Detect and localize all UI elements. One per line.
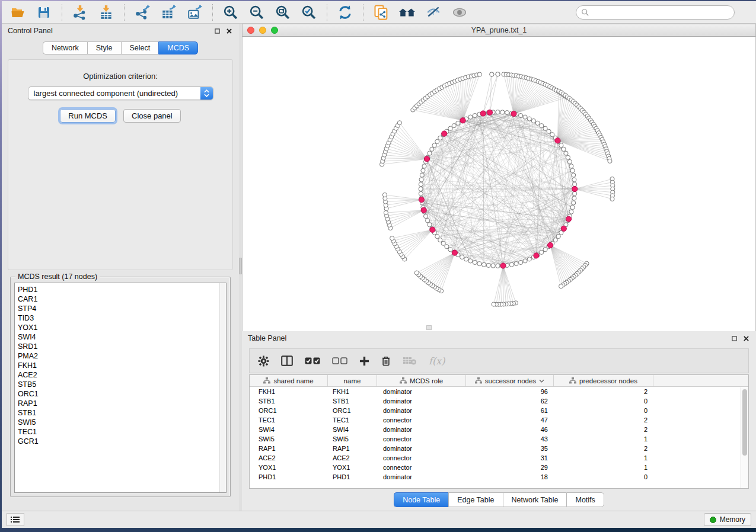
table-row[interactable]: PHD1 PHD1 dominator 18 0 (250, 472, 748, 482)
select-all-icon[interactable] (305, 357, 320, 365)
table-row[interactable]: ACE2 ACE2 connector 31 1 (250, 453, 748, 463)
mcds-list-scrollbar[interactable] (219, 283, 226, 492)
mcds-result-node[interactable]: SWI5 (15, 418, 226, 427)
refresh-icon[interactable] (334, 3, 356, 22)
table-panel-titlebar: Table Panel (242, 331, 756, 345)
optimization-criterion-label: Optimization criterion: (8, 72, 232, 81)
column-header-shared-name[interactable]: shared name (250, 375, 328, 386)
network-window-titlebar[interactable]: YPA_prune.txt_1 (242, 24, 756, 37)
close-panel-icon[interactable] (225, 27, 233, 35)
mcds-result-node[interactable]: PMA2 (15, 351, 226, 361)
show-panels-menu-button[interactable] (7, 513, 24, 526)
column-header-name[interactable]: name (328, 375, 377, 386)
hide-selected-icon[interactable] (422, 3, 445, 22)
table-row[interactable]: FKH1 FKH1 dominator 96 2 (250, 387, 748, 396)
save-session-icon[interactable] (33, 3, 55, 22)
tab-network-table[interactable]: Network Table (503, 492, 567, 507)
mcds-result-node[interactable]: ACE2 (15, 370, 226, 380)
search-input[interactable] (592, 8, 729, 17)
column-type-icon (263, 377, 270, 384)
network-from-selection-icon[interactable] (370, 3, 393, 22)
table-row[interactable]: YOX1 YOX1 connector 29 1 (250, 463, 748, 472)
table-row[interactable]: SWI4 SWI4 dominator 46 2 (250, 425, 748, 434)
tab-motifs[interactable]: Motifs (566, 492, 604, 507)
table-scrollbar-thumb[interactable] (742, 389, 747, 456)
zoom-selected-icon[interactable] (298, 3, 320, 22)
column-header-successor-nodes[interactable]: successor nodes (466, 375, 554, 386)
tab-mcds[interactable]: MCDS (158, 41, 198, 55)
float-panel-icon[interactable] (213, 27, 221, 35)
tab-edge-table[interactable]: Edge Table (448, 492, 502, 507)
mcds-result-group: MCDS result (17 nodes) PHD1CAR1STP4TID3Y… (10, 277, 231, 497)
canvas-splitter-grip[interactable] (426, 325, 432, 330)
import-table-icon[interactable] (95, 3, 117, 22)
criterion-dropdown[interactable]: largest connected component (undirected) (28, 86, 213, 100)
mcds-result-node[interactable]: STB1 (15, 408, 226, 418)
deselect-all-icon[interactable] (332, 357, 347, 365)
mcds-result-node[interactable]: CAR1 (15, 294, 226, 304)
show-columns-icon[interactable] (281, 355, 293, 366)
mcds-result-node[interactable]: YOX1 (15, 323, 226, 332)
close-panel-button[interactable]: Close panel (123, 109, 181, 123)
export-network-icon[interactable] (131, 3, 154, 22)
mcds-result-node[interactable]: SWI4 (15, 332, 226, 342)
mcds-result-node[interactable]: STP4 (15, 304, 226, 313)
mcds-result-node[interactable]: FKH1 (15, 361, 226, 370)
tab-network[interactable]: Network (43, 41, 87, 55)
table-panel-tabs: Node Table Edge Table Network Table Moti… (242, 492, 756, 507)
tab-node-table[interactable]: Node Table (394, 492, 448, 507)
mcds-result-node[interactable]: RAP1 (15, 399, 226, 408)
column-header-predecessor-nodes[interactable]: predecessor nodes (554, 375, 653, 386)
zoom-out-icon[interactable] (245, 3, 268, 22)
status-bar: Memory (2, 511, 756, 528)
search-field[interactable] (576, 5, 735, 20)
column-type-icon (569, 377, 576, 384)
close-table-panel-icon[interactable] (742, 334, 750, 342)
network-window-title: YPA_prune.txt_1 (243, 26, 755, 34)
mcds-result-list[interactable]: PHD1CAR1STP4TID3YOX1SWI4SRD1PMA2FKH1ACE2… (14, 283, 227, 493)
table-settings-icon[interactable] (258, 355, 269, 367)
table-row[interactable]: STB1 STB1 dominator 62 0 (250, 396, 748, 406)
toolbar-separator (327, 4, 327, 21)
float-table-panel-icon[interactable] (730, 334, 738, 342)
function-builder-icon[interactable]: f(x) (429, 355, 445, 367)
table-row[interactable]: SWI5 SWI5 connector 43 1 (250, 434, 748, 444)
network-graph[interactable] (243, 37, 755, 331)
delete-table-icon[interactable] (403, 356, 417, 366)
open-session-icon[interactable] (7, 3, 29, 22)
table-panel: Table Panel (242, 331, 756, 511)
mcds-result-node[interactable]: STB5 (15, 380, 226, 389)
add-column-icon[interactable] (359, 356, 369, 366)
mcds-result-node[interactable]: GCR1 (15, 437, 226, 446)
mcds-result-node[interactable]: SRD1 (15, 342, 226, 351)
fit-content-icon[interactable] (272, 3, 294, 22)
mcds-tab-content: Optimization criterion: largest connecte… (8, 59, 233, 270)
zoom-in-icon[interactable] (219, 3, 242, 22)
network-canvas[interactable] (242, 37, 756, 331)
table-row[interactable]: TEC1 TEC1 connector 47 2 (250, 415, 748, 425)
tab-select[interactable]: Select (121, 41, 159, 55)
table-row[interactable]: RAP1 RAP1 dominator 35 2 (250, 444, 748, 453)
toolbar-separator (212, 4, 213, 21)
import-network-icon[interactable] (69, 3, 91, 22)
search-area (576, 5, 735, 20)
mcds-result-node[interactable]: TID3 (15, 313, 226, 323)
mcds-result-node[interactable]: PHD1 (15, 285, 226, 294)
tab-style[interactable]: Style (87, 41, 121, 55)
export-table-icon[interactable] (157, 3, 180, 22)
table-header: shared name name MCDS role successor nod… (250, 375, 748, 387)
mcds-result-node[interactable]: ORC1 (15, 389, 226, 399)
memory-button[interactable]: Memory (704, 513, 751, 526)
run-mcds-button[interactable]: Run MCDS (60, 109, 116, 123)
delete-column-icon[interactable] (381, 355, 391, 366)
column-header-mcds-role[interactable]: MCDS role (377, 375, 466, 386)
table-row[interactable]: ORC1 ORC1 dominator 61 0 (250, 406, 748, 415)
first-neighbors-icon[interactable] (396, 3, 419, 22)
column-type-icon (400, 377, 407, 384)
mcds-buttons-row: Run MCDS Close panel (8, 109, 232, 123)
table-scrollbar[interactable] (741, 387, 748, 488)
control-panel: Control Panel Network Style Select MCDS … (2, 24, 239, 511)
show-all-icon[interactable] (448, 3, 471, 22)
mcds-result-node[interactable]: TEC1 (15, 427, 226, 437)
export-image-icon[interactable] (183, 3, 206, 22)
